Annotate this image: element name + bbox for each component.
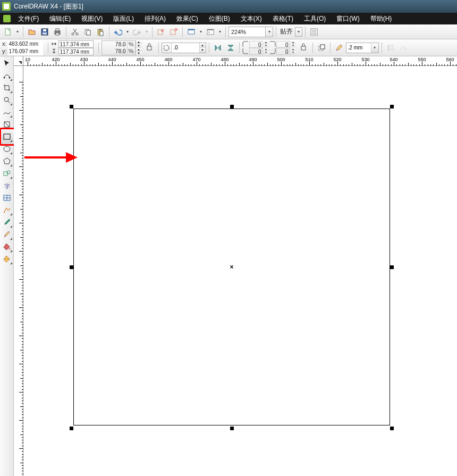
ruler-vertical[interactable]: 2402302202102001901801701601501401301201…	[14, 66, 23, 476]
save-button[interactable]	[39, 26, 50, 38]
print-button[interactable]	[52, 26, 63, 38]
outline-width-input[interactable]	[346, 45, 371, 51]
export-button[interactable]	[168, 26, 180, 38]
freehand-tool[interactable]	[1, 106, 13, 118]
handle-br[interactable]	[390, 427, 394, 430]
basic-shapes-tool[interactable]	[1, 168, 13, 179]
options-button[interactable]	[308, 26, 320, 38]
paste-button[interactable]	[95, 26, 106, 38]
rotation-spinner[interactable]: ▲▼	[199, 43, 206, 53]
open-button[interactable]	[26, 26, 38, 38]
corner-tr-input[interactable]: 0	[276, 41, 290, 48]
svg-rect-23	[301, 46, 306, 50]
app-launcher-dropdown[interactable]: ▾	[198, 29, 204, 34]
menu-table[interactable]: 表格(T)	[267, 13, 299, 24]
redo-button[interactable]	[131, 26, 143, 38]
menu-tools[interactable]: 工具(O)	[299, 13, 331, 24]
menu-edit[interactable]: 编辑(E)	[44, 13, 76, 24]
new-dropdown[interactable]: ▾	[15, 29, 20, 34]
outline-width-dropdown[interactable]: ▾	[371, 43, 378, 53]
cut-button[interactable]	[69, 26, 81, 38]
pick-tool[interactable]	[1, 57, 13, 69]
handle-tr[interactable]	[390, 105, 394, 108]
snap-dropdown[interactable]: ▾	[295, 27, 302, 37]
ruler-v-label: 230	[14, 114, 14, 122]
menu-arrange[interactable]: 排列(A)	[139, 13, 171, 24]
interactive-tool[interactable]	[1, 204, 13, 216]
mirror-v-button[interactable]	[225, 42, 236, 54]
mirror-h-button[interactable]	[212, 42, 224, 54]
handle-bl[interactable]	[70, 427, 73, 430]
to-front-button[interactable]	[316, 42, 327, 54]
undo-button[interactable]	[112, 26, 124, 38]
polygon-tool[interactable]	[1, 155, 13, 167]
menu-effects[interactable]: 效果(C)	[171, 13, 204, 24]
corner-tl-spin[interactable]: ▲▼	[264, 41, 269, 47]
outline-tool[interactable]	[1, 229, 13, 240]
welcome-button[interactable]	[205, 26, 216, 38]
width-icon: ↦	[51, 40, 57, 47]
corner-bl-input[interactable]: 0	[249, 48, 263, 55]
corner-tl-input[interactable]: 0	[249, 41, 263, 48]
table-tool[interactable]	[1, 192, 13, 204]
redo-dropdown[interactable]: ▾	[144, 29, 149, 34]
canvas-area[interactable]: 1042043044045046047048049050051052053054…	[14, 56, 457, 476]
welcome-dropdown[interactable]: ▾	[217, 29, 223, 34]
handle-mr[interactable]	[390, 265, 394, 269]
convert-curve-button[interactable]	[397, 42, 409, 54]
drawing-surface[interactable]: ×	[23, 66, 457, 476]
corner-br-spin[interactable]: ▲▼	[291, 48, 296, 54]
scale-spinner[interactable]: ▲▼▲▼	[136, 40, 142, 55]
snap-label: 贴齐	[279, 27, 294, 36]
menu-window[interactable]: 窗口(W)	[331, 13, 365, 24]
width-value[interactable]: 117.374 mm	[58, 40, 94, 48]
rectangle-tool[interactable]	[1, 131, 13, 143]
crop-tool[interactable]	[1, 82, 13, 94]
scale-y-input[interactable]: 78.0	[102, 48, 128, 55]
svg-text:字: 字	[4, 183, 10, 189]
new-button[interactable]	[2, 26, 14, 38]
text-tool[interactable]: 字	[1, 180, 13, 191]
ruler-h-label: 460	[164, 57, 172, 62]
handle-tl[interactable]	[70, 105, 73, 108]
ruler-h-label: 530	[361, 57, 369, 62]
scale-x-input[interactable]: 78.0	[102, 41, 128, 48]
handle-tm[interactable]	[230, 105, 234, 108]
handle-bm[interactable]	[230, 427, 234, 430]
ruler-horizontal[interactable]: 1042043044045046047048049050051052053054…	[23, 56, 457, 66]
menu-text[interactable]: 文本(X)	[235, 13, 267, 24]
zoom-input[interactable]: 224%	[228, 27, 266, 37]
standard-toolbar: ▾ ▾ ▾ ▾ ▾ 224% ▾ 贴齐 ▾	[0, 24, 457, 39]
lock-ratio-button[interactable]	[145, 41, 154, 55]
menu-file[interactable]: 文件(F)	[13, 13, 44, 24]
handle-ml[interactable]	[70, 265, 73, 269]
y-value[interactable]: 176.097 mm	[8, 48, 43, 55]
menu-bitmaps[interactable]: 位图(B)	[204, 13, 235, 24]
rotation-box: ▲▼	[162, 43, 206, 53]
import-button[interactable]	[155, 26, 167, 38]
height-value[interactable]: 117.374 mm	[58, 48, 94, 55]
ruler-v-label: 140	[14, 368, 14, 376]
corner-lock-button[interactable]	[299, 41, 308, 55]
x-value[interactable]: 483.602 mm	[8, 40, 43, 48]
ruler-origin[interactable]	[14, 56, 23, 66]
copy-button[interactable]	[82, 26, 94, 38]
rotation-input[interactable]	[172, 45, 199, 51]
menu-view[interactable]: 视图(V)	[76, 13, 108, 24]
menu-help[interactable]: 帮助(H)	[365, 13, 397, 24]
zoom-dropdown[interactable]: ▾	[266, 27, 273, 37]
corner-tr-spin[interactable]: ▲▼	[291, 41, 296, 47]
fill-tool[interactable]	[1, 241, 13, 253]
svg-rect-14	[158, 30, 163, 35]
app-launcher-button[interactable]	[185, 26, 197, 38]
corner-bl-spin[interactable]: ▲▼	[264, 48, 269, 54]
undo-dropdown[interactable]: ▾	[125, 29, 130, 34]
ellipse-tool[interactable]	[1, 143, 13, 155]
wrap-text-button[interactable]	[385, 42, 396, 54]
interactive-fill-tool[interactable]	[1, 253, 13, 265]
zoom-tool[interactable]	[1, 94, 13, 106]
eyedropper-tool[interactable]	[1, 216, 13, 228]
shape-tool[interactable]	[1, 70, 13, 81]
corner-br-input[interactable]: 0	[276, 48, 290, 55]
menu-layout[interactable]: 版面(L)	[108, 13, 139, 24]
